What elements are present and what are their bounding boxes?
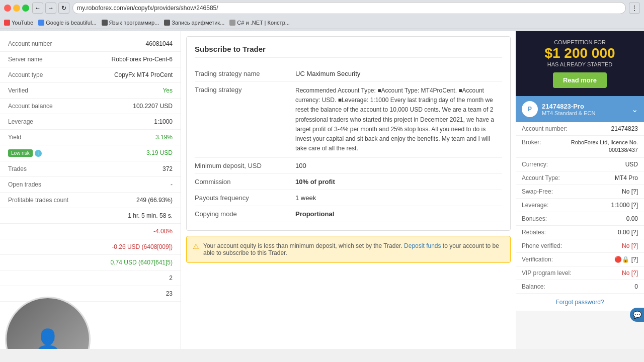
value-account-type: CopyFx MT4 ProCent: [114, 71, 173, 78]
sidebar-row-account-type: Account type CopyFx MT4 ProCent: [0, 67, 181, 83]
forgot-password-link[interactable]: Forgot password?: [516, 294, 644, 311]
detail-value-account-balance: 0: [634, 283, 638, 290]
sidebar-row-stat2: -0.26 USD (6408[009]): [0, 239, 181, 255]
value-commission: 10% of profit: [295, 178, 502, 186]
sidebar-row-yield: Yield 3.19%: [0, 130, 181, 145]
value-stat3: 0.74 USD (6407[641]5): [111, 259, 173, 266]
detail-row-swap-free: Swap-Free: No [?]: [516, 185, 644, 199]
chat-button[interactable]: 💬: [630, 308, 644, 322]
value-strategy-name: UC Maximum Security: [295, 70, 502, 77]
read-more-button[interactable]: Read more: [553, 72, 607, 88]
subscribe-title: Subscribe to Trader: [195, 45, 502, 58]
account-selector[interactable]: P 21474823-Pro MT4 Standard & ECN ⌄: [516, 96, 644, 122]
value-verified: Yes: [163, 87, 173, 94]
value-profitable: 249 (66.93%): [136, 197, 173, 204]
value-min-deposit: 100: [295, 162, 502, 169]
value-trades: 372: [163, 165, 173, 172]
info-row-strategy-desc: Trading strategy Recommended Account Typ…: [195, 82, 502, 158]
minimize-button[interactable]: [13, 5, 20, 12]
sidebar-row-server: Server name RoboForex Pro-Cent-6: [0, 52, 181, 67]
sidebar-row-time: 1 hr. 5 min. 58 s.: [0, 208, 181, 224]
info-row-copying-mode: Copying mode Proportional: [195, 206, 502, 222]
detail-label-vip: VIP program level:: [522, 269, 572, 277]
bookmark-youtube[interactable]: YouTube: [4, 20, 33, 26]
back-button[interactable]: ←: [32, 3, 43, 14]
bookmark-youtube-label: YouTube: [12, 20, 33, 26]
info-row-commission: Commission 10% of profit: [195, 174, 502, 190]
arith-icon: [164, 20, 170, 26]
detail-label-bonuses: Bonuses:: [522, 215, 547, 222]
bookmarks-bar: YouTube Google is beautiful... Язык прог…: [0, 16, 644, 29]
deposit-link[interactable]: Deposit funds: [404, 242, 441, 249]
value-copying-mode: Proportional: [295, 210, 502, 218]
close-button[interactable]: [4, 5, 11, 12]
detail-row-leverage: Leverage: 1:1000 [?]: [516, 199, 644, 212]
url-text: my.roboforex.com/en/copyfx/providers/sho…: [77, 5, 218, 12]
detail-row-bonuses: Bonuses: 0.00: [516, 212, 644, 226]
label-min-deposit: Minimum deposit, USD: [195, 162, 295, 169]
warning-icon: ⚠: [193, 242, 199, 250]
sidebar-row-verified: Verified Yes: [0, 83, 181, 99]
label-trades: Trades: [8, 165, 27, 172]
detail-value-leverage: 1:1000 [?]: [611, 202, 638, 209]
address-bar[interactable]: my.roboforex.com/en/copyfx/providers/sho…: [72, 2, 626, 14]
sidebar-row-stat3: 0.74 USD (6407[641]5): [0, 255, 181, 270]
account-details: Account number: 21474823 Broker: RoboFor…: [516, 122, 644, 311]
detail-row-account-type: Account Type: MT4 Pro: [516, 171, 644, 185]
value-payouts: 1 week: [295, 194, 502, 202]
bookmark-lang-label: Язык программир...: [109, 20, 159, 26]
ad-competition-label: COMPETITION FOR: [524, 39, 636, 45]
label-strategy-name: Trading strategy name: [195, 70, 295, 77]
detail-value-phone-verified: No [?]: [622, 242, 638, 249]
warning-box: ⚠ Your account equity is less than minim…: [186, 236, 511, 263]
bookmark-csharp[interactable]: C# и .NET | Констр...: [229, 20, 290, 26]
avatar-placeholder: 👤: [7, 298, 89, 349]
subscribe-box: Subscribe to Trader Trading strategy nam…: [186, 36, 511, 231]
account-name: 21474823-Pro: [542, 103, 627, 110]
reload-button[interactable]: ↻: [58, 3, 69, 14]
detail-label-broker: Broker:: [522, 139, 541, 154]
label-account-type: Account type: [8, 71, 43, 78]
label-server: Server name: [8, 56, 43, 63]
detail-value-vip: No [?]: [622, 269, 638, 277]
info-icon[interactable]: i: [35, 150, 42, 157]
detail-value-bonuses: 0.00: [626, 215, 638, 222]
value-account-number: 46081044: [146, 40, 173, 47]
forward-button[interactable]: →: [45, 3, 56, 14]
detail-row-account-balance: Balance: 0: [516, 280, 644, 294]
label-balance: Account balance: [8, 103, 53, 110]
main-content: Subscribe to Trader Trading strategy nam…: [181, 31, 516, 349]
warning-text-main: Your account equity is less than minimum…: [203, 242, 403, 249]
bookmark-arith[interactable]: Запись арифметик...: [164, 20, 224, 26]
label-verified: Verified: [8, 87, 28, 94]
detail-value-account-number: 21474823: [611, 125, 638, 132]
label-account-number: Account number: [8, 40, 52, 47]
label-copying-mode: Copying mode: [195, 210, 295, 218]
detail-row-verification: Verification: 🔴🔒 [?]: [516, 253, 644, 266]
detail-row-account-number: Account number: 21474823: [516, 122, 644, 136]
value-balance: 100.2207 USD: [133, 103, 173, 110]
google-icon: [38, 20, 44, 26]
maximize-button[interactable]: [22, 5, 29, 12]
sidebar-row-account-number: Account number 46081044: [0, 36, 181, 52]
sidebar-row-balance: Account balance 100.2207 USD: [0, 99, 181, 114]
browser-controls: [4, 5, 29, 12]
detail-label-phone-verified: Phone verified:: [522, 242, 562, 249]
lang-icon: [102, 20, 108, 26]
bookmark-lang[interactable]: Язык программир...: [102, 20, 159, 26]
youtube-icon: [4, 20, 10, 26]
info-row-payouts: Payouts frequency 1 week: [195, 190, 502, 206]
csharp-icon: [229, 20, 235, 26]
detail-value-verification: 🔴🔒 [?]: [614, 256, 638, 263]
extensions-button[interactable]: ⋮: [629, 3, 640, 14]
sidebar-row-leverage: Leverage 1:1000: [0, 114, 181, 130]
info-row-min-deposit: Minimum deposit, USD 100: [195, 158, 502, 174]
label-open-trades: Open trades: [8, 181, 41, 188]
label-strategy-desc: Trading strategy: [195, 86, 295, 94]
detail-value-rebates: 0.00 [?]: [618, 229, 638, 236]
value-strategy-desc: Recommended Account Type: ■Account Type:…: [295, 86, 502, 153]
label-yield: Yield: [8, 134, 21, 141]
value-open-trades: -: [171, 181, 173, 188]
detail-row-phone-verified: Phone verified: No [?]: [516, 239, 644, 253]
bookmark-google[interactable]: Google is beautiful...: [38, 20, 96, 26]
